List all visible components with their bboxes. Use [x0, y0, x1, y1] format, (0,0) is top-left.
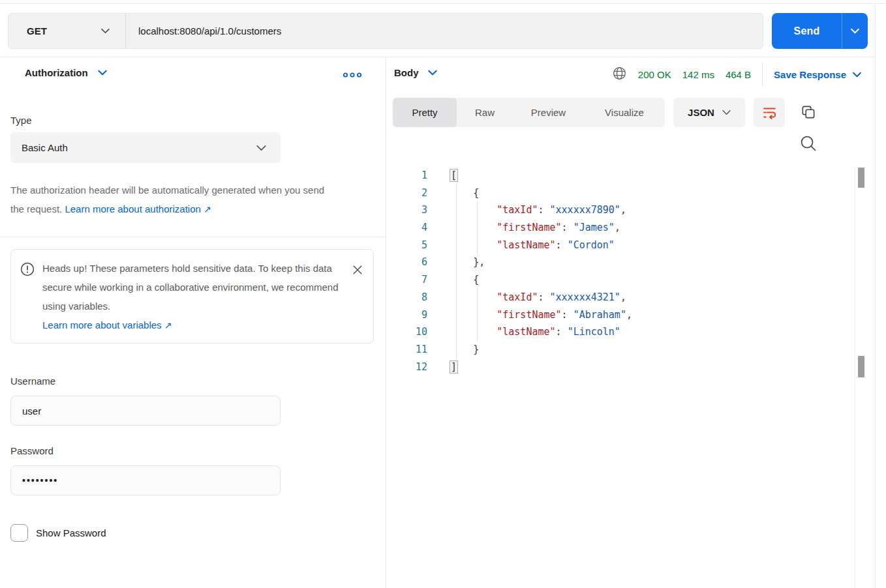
- line-content: {: [450, 184, 479, 202]
- send-options-button[interactable]: [842, 13, 868, 49]
- code-line: 2 {: [386, 184, 853, 202]
- chevron-down-icon: [256, 145, 266, 151]
- indent-guide: [456, 323, 457, 341]
- indent-guide: [456, 201, 457, 219]
- code-line: 12]: [386, 359, 853, 376]
- line-content: {: [450, 271, 479, 289]
- line-number: 12: [386, 359, 427, 376]
- save-response-label: Save Response: [774, 69, 846, 80]
- password-input[interactable]: [10, 465, 281, 495]
- chevron-down-icon: [428, 70, 437, 76]
- code-line: 11 }: [386, 341, 853, 359]
- send-button[interactable]: Send: [772, 13, 868, 49]
- code-line: 6 },: [386, 254, 853, 271]
- line-number: 10: [386, 323, 427, 341]
- chevron-down-icon: [851, 28, 859, 34]
- line-content: "lastName": "Lincoln": [450, 323, 620, 341]
- line-content: "firstName": "James",: [450, 219, 620, 237]
- request-url-bar: GET: [8, 13, 763, 49]
- panel-top-border: [0, 57, 875, 57]
- chevron-down-icon: [853, 72, 861, 78]
- line-number: 3: [386, 201, 427, 219]
- indent-guide: [456, 254, 457, 271]
- more-options-icon[interactable]: [343, 70, 362, 81]
- indent-guide: [456, 271, 457, 289]
- response-view-tabs: Pretty Raw Preview Visualize: [393, 98, 665, 127]
- response-meta-bar: 200 OK 142 ms 464 B Save Response: [574, 63, 875, 86]
- response-body-toggle[interactable]: Body: [394, 67, 437, 78]
- globe-icon[interactable]: [612, 66, 627, 83]
- indent-guide: [477, 306, 478, 324]
- learn-more-authorization-link[interactable]: Learn more about authorization: [65, 203, 200, 214]
- learn-more-variables-link[interactable]: Learn more about variables: [42, 316, 162, 334]
- line-number: 8: [386, 289, 427, 306]
- method-selector[interactable]: GET: [8, 14, 126, 48]
- response-size[interactable]: 464 B: [726, 69, 751, 80]
- tab-visualize[interactable]: Visualize: [584, 98, 665, 127]
- code-line: 3 "taxId": "xxxxxx7890",: [386, 201, 853, 219]
- tab-pretty[interactable]: Pretty: [393, 98, 457, 127]
- code-line: 5 "lastName": "Cordon": [386, 237, 853, 254]
- line-content: },: [450, 254, 485, 271]
- section-divider: [0, 237, 386, 237]
- indent-guide: [477, 323, 478, 341]
- indent-guide: [456, 289, 457, 306]
- response-time[interactable]: 142 ms: [682, 69, 714, 80]
- scrollbar-thumb[interactable]: [858, 168, 864, 188]
- indent-guide: [456, 341, 457, 359]
- auth-type-value: Basic Auth: [10, 142, 68, 153]
- language-select[interactable]: JSON: [673, 98, 745, 127]
- username-label: Username: [10, 375, 55, 387]
- code-editor[interactable]: 1[2 {3 "taxId": "xxxxxx7890",4 "firstNam…: [386, 167, 853, 375]
- language-value: JSON: [688, 107, 714, 118]
- copy-icon[interactable]: [800, 104, 817, 121]
- save-response-button[interactable]: Save Response: [774, 69, 861, 80]
- indent-guide: [456, 184, 457, 202]
- tab-preview[interactable]: Preview: [513, 98, 584, 127]
- code-line: 10 "lastName": "Lincoln": [386, 323, 853, 341]
- line-content: ]: [450, 359, 458, 376]
- line-number: 5: [386, 237, 427, 254]
- auth-description: The authorization header will be automat…: [10, 181, 337, 219]
- indent-guide: [477, 237, 478, 254]
- chevron-down-icon: [722, 110, 731, 115]
- indent-guide: [456, 237, 457, 254]
- tab-raw[interactable]: Raw: [457, 98, 513, 127]
- meta-divider: [762, 63, 763, 86]
- line-number: 4: [386, 219, 427, 237]
- chevron-down-icon: [98, 70, 107, 76]
- external-link-icon: ↗: [164, 320, 172, 331]
- response-body-label: Body: [394, 67, 419, 78]
- indent-guide: [477, 289, 478, 306]
- wrap-lines-button[interactable]: [754, 98, 785, 127]
- search-icon[interactable]: [799, 134, 817, 153]
- show-password-checkbox[interactable]: [10, 524, 28, 542]
- code-line: 7 {: [386, 271, 853, 289]
- warning-icon: [20, 262, 35, 335]
- line-number: 7: [386, 271, 427, 289]
- code-line: 9 "firstName": "Abraham",: [386, 306, 853, 324]
- close-icon[interactable]: [352, 264, 363, 276]
- status-badge[interactable]: 200 OK: [638, 69, 671, 80]
- indent-guide: [477, 201, 478, 219]
- code-line: 1[: [386, 167, 853, 184]
- line-content: "taxId": "xxxxxx4321",: [450, 289, 626, 306]
- password-label: Password: [10, 445, 53, 456]
- type-label: Type: [10, 115, 32, 126]
- auth-type-select[interactable]: Basic Auth: [10, 132, 281, 163]
- line-number: 6: [386, 254, 427, 271]
- line-number: 1: [386, 167, 427, 184]
- line-number: 9: [386, 306, 427, 324]
- top-divider: [0, 3, 886, 4]
- authorization-section-toggle[interactable]: Authorization: [25, 67, 107, 78]
- external-link-icon: ↗: [204, 204, 211, 214]
- right-border: [875, 3, 876, 588]
- chevron-down-icon: [101, 28, 110, 34]
- username-input[interactable]: [10, 396, 281, 426]
- url-input[interactable]: [126, 14, 763, 48]
- indent-guide: [477, 219, 478, 237]
- line-content: [: [450, 167, 458, 184]
- line-content: "taxId": "xxxxxx7890",: [450, 201, 626, 219]
- line-number: 2: [386, 184, 427, 202]
- scrollbar-thumb[interactable]: [858, 356, 864, 377]
